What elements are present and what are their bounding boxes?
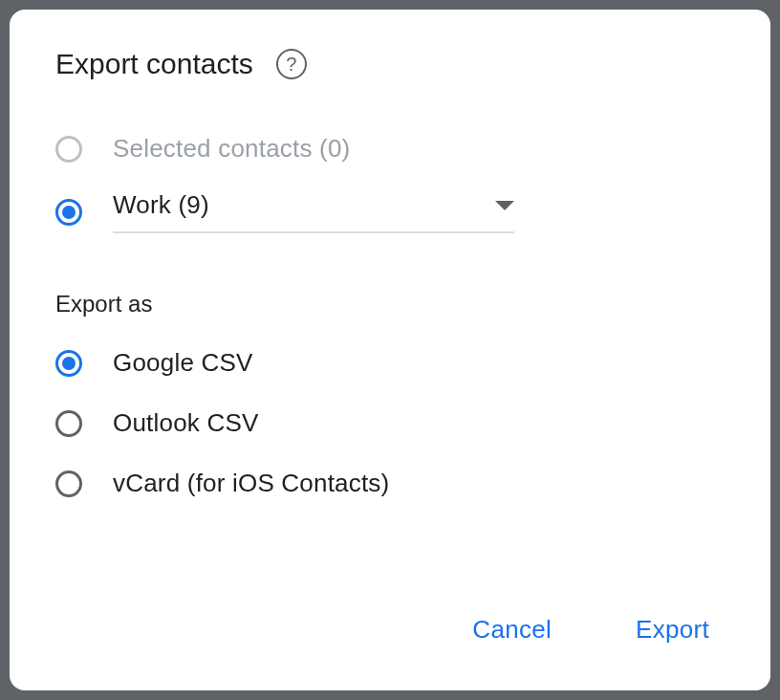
format-radio-group: Google CSV Outlook CSV vCard (for iOS Co… — [55, 348, 725, 529]
cancel-button[interactable]: Cancel — [457, 607, 567, 652]
label-dropdown[interactable]: Work (9) — [113, 190, 514, 233]
dialog-title: Export contacts — [55, 48, 253, 80]
label-dropdown-value: Work (9) — [113, 190, 209, 220]
label-dropdown-radio[interactable] — [55, 199, 82, 226]
outlook-csv-radio[interactable] — [55, 410, 82, 437]
selected-contacts-radio — [55, 136, 82, 163]
vcard-label: vCard (for iOS Contacts) — [113, 469, 389, 498]
google-csv-label: Google CSV — [113, 348, 253, 378]
label-dropdown-row: Work (9) — [55, 190, 725, 233]
export-as-label: Export as — [55, 291, 725, 317]
google-csv-radio[interactable] — [55, 350, 82, 377]
dialog-header: Export contacts ? — [55, 48, 725, 80]
help-icon[interactable]: ? — [276, 49, 307, 79]
outlook-csv-label: Outlook CSV — [113, 408, 259, 438]
chevron-down-icon — [495, 201, 514, 210]
source-radio-group: Selected contacts (0) Work (9) — [55, 134, 725, 233]
dialog-actions: Cancel Export — [457, 607, 725, 652]
vcard-radio[interactable] — [55, 470, 82, 497]
vcard-row[interactable]: vCard (for iOS Contacts) — [55, 469, 725, 498]
selected-contacts-row: Selected contacts (0) — [55, 134, 725, 164]
google-csv-row[interactable]: Google CSV — [55, 348, 725, 378]
outlook-csv-row[interactable]: Outlook CSV — [55, 408, 725, 438]
export-button[interactable]: Export — [620, 607, 725, 652]
selected-contacts-label: Selected contacts (0) — [113, 134, 350, 164]
export-contacts-dialog: Export contacts ? Selected contacts (0) … — [10, 10, 770, 690]
